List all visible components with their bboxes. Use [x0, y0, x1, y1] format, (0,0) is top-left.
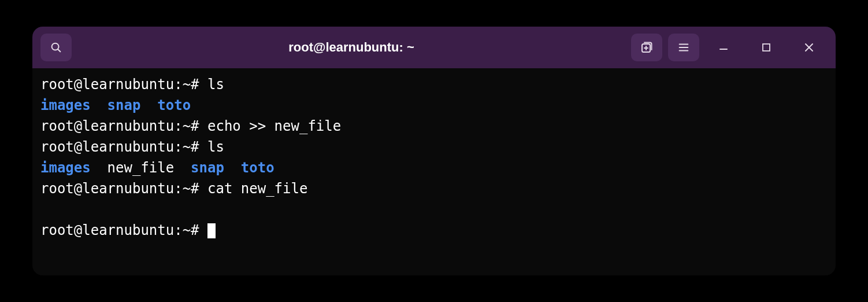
prompt-text: root@learnubuntu:~#: [40, 76, 207, 93]
dir-entry: toto: [241, 160, 275, 176]
close-icon: [804, 42, 814, 53]
dir-entry: snap: [191, 160, 224, 176]
command-text: ls: [207, 76, 224, 93]
dir-entry: snap: [107, 97, 141, 113]
hamburger-icon: [677, 41, 690, 54]
command-text: ls: [207, 139, 224, 155]
prompt-text: root@learnubuntu:~#: [40, 139, 207, 155]
close-button[interactable]: [791, 34, 828, 61]
new-tab-icon: [640, 40, 654, 54]
maximize-icon: [762, 43, 771, 52]
cursor: [207, 223, 216, 238]
terminal-line: root@learnubuntu:~# echo >> new_file: [40, 116, 828, 137]
terminal-body[interactable]: root@learnubuntu:~# lsimages snap totoro…: [32, 68, 836, 275]
maximize-button[interactable]: [748, 34, 785, 61]
dir-entry: images: [40, 97, 91, 113]
command-text: echo >> new_file: [207, 118, 341, 134]
minimize-icon: [718, 42, 729, 53]
terminal-line: images new_file snap toto: [40, 157, 828, 178]
terminal-line: root@learnubuntu:~#: [40, 220, 828, 241]
prompt-text: root@learnubuntu:~#: [40, 181, 207, 197]
new-tab-button[interactable]: [631, 34, 662, 61]
file-entry: new_file: [107, 160, 175, 176]
prompt-text: root@learnubuntu:~#: [40, 222, 207, 238]
menu-button[interactable]: [668, 34, 699, 61]
minimize-button[interactable]: [705, 34, 742, 61]
search-button[interactable]: [40, 34, 72, 61]
dir-entry: images: [40, 160, 91, 176]
command-text: cat new_file: [207, 181, 307, 197]
terminal-line: root@learnubuntu:~# ls: [40, 74, 828, 95]
window-title: root@learnubuntu: ~: [77, 40, 625, 55]
search-icon: [50, 41, 62, 54]
terminal-window: root@learnubuntu: ~: [32, 27, 836, 275]
terminal-line: root@learnubuntu:~# cat new_file: [40, 178, 828, 199]
terminal-line: [40, 199, 828, 220]
svg-rect-9: [763, 44, 770, 51]
prompt-text: root@learnubuntu:~#: [40, 118, 207, 134]
titlebar: root@learnubuntu: ~: [32, 27, 836, 68]
dir-entry: toto: [157, 97, 191, 113]
svg-line-1: [58, 49, 60, 51]
terminal-line: root@learnubuntu:~# ls: [40, 137, 828, 157]
terminal-line: images snap toto: [40, 95, 828, 116]
